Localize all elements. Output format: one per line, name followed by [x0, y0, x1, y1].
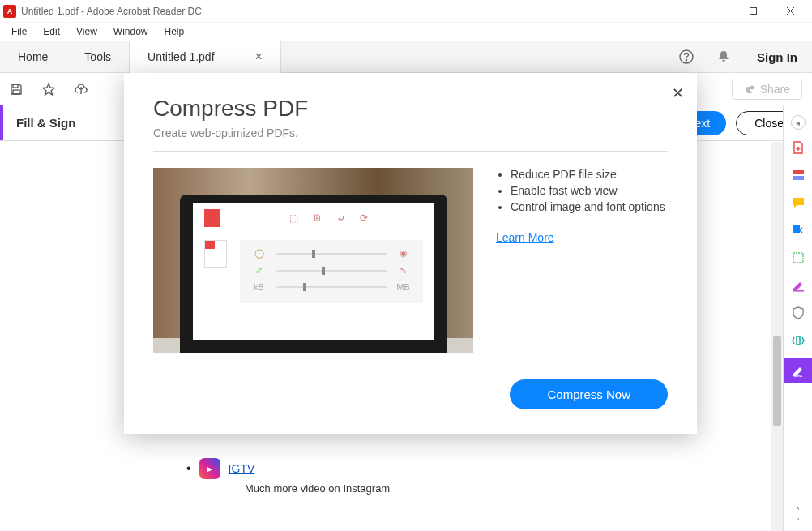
modal-preview-image: ⬚ 🗎 ⤾ ⟳ ◯ ◉ [153, 168, 473, 353]
svg-rect-7 [13, 90, 19, 94]
menu-window[interactable]: Window [107, 24, 155, 39]
document-tab-label: Untitled 1.pdf [147, 50, 215, 63]
notifications-icon[interactable] [705, 41, 742, 72]
preview-toolbar-icon: ⟳ [360, 212, 368, 224]
svg-point-5 [686, 59, 686, 60]
slider-handle [322, 267, 325, 275]
redact-icon[interactable] [788, 276, 808, 295]
learn-more-link[interactable]: Learn More [496, 231, 554, 244]
slider-handle [312, 250, 315, 258]
scrollbar-thumb[interactable] [773, 336, 781, 426]
nav-home[interactable]: Home [0, 41, 66, 72]
minimize-button[interactable] [697, 0, 734, 23]
menu-view[interactable]: View [70, 24, 104, 39]
share-button[interactable]: Share [732, 79, 802, 100]
window-title: Untitled 1.pdf - Adobe Acrobat Reader DC [21, 6, 697, 17]
menu-help[interactable]: Help [158, 24, 191, 39]
close-window-button[interactable] [771, 0, 809, 23]
maximize-button[interactable] [734, 0, 771, 23]
combine-icon[interactable] [788, 165, 808, 185]
title-bar: A Untitled 1.pdf - Adobe Acrobat Reader … [0, 0, 812, 23]
modal-title: Compress PDF [153, 96, 668, 122]
fill-sign-label: Fill & Sign [16, 116, 75, 130]
app-icon: A [3, 5, 16, 18]
feature-item: Enable fast web view [511, 184, 668, 197]
nav-bar: Home Tools Untitled 1.pdf × Sign In [0, 41, 812, 73]
page-thumbnail-icon [204, 240, 227, 268]
export-icon[interactable] [788, 221, 808, 240]
svg-rect-1 [750, 8, 756, 15]
protect-icon[interactable] [788, 303, 808, 323]
preview-toolbar-icon: 🗎 [313, 212, 323, 224]
svg-rect-10 [793, 170, 804, 174]
svg-rect-6 [13, 84, 18, 88]
list-item: • ▸ IGTV [186, 458, 771, 479]
share-label: Share [760, 83, 790, 96]
svg-rect-11 [793, 176, 804, 180]
sign-in-button[interactable]: Sign In [742, 41, 812, 72]
organize-icon[interactable] [788, 248, 808, 268]
nav-tools[interactable]: Tools [66, 41, 130, 72]
panel-scroll-arrows[interactable]: ˄ ˅ [796, 507, 800, 526]
comment-icon[interactable] [788, 193, 808, 212]
divider [153, 151, 668, 152]
modal-feature-list: Reduce PDF file size Enable fast web vie… [496, 168, 668, 213]
save-icon[interactable] [0, 73, 32, 105]
svg-rect-13 [793, 253, 803, 263]
chevron-up-icon[interactable]: ˄ [796, 507, 800, 516]
modal-close-icon[interactable]: ✕ [672, 84, 684, 102]
feature-item: Reduce PDF file size [511, 168, 668, 181]
create-pdf-icon[interactable] [788, 138, 808, 157]
svg-rect-14 [793, 290, 804, 292]
igtv-icon: ▸ [199, 458, 220, 479]
fill-sign-tool-icon[interactable] [784, 358, 813, 383]
expand-panel-icon[interactable]: ◂ [791, 115, 806, 130]
igtv-description: Much more video on Instagram [245, 482, 771, 495]
chevron-down-icon[interactable]: ˅ [796, 517, 800, 526]
svg-rect-12 [793, 225, 800, 233]
preview-toolbar-icon: ⬚ [289, 212, 298, 224]
slider-label-mb: MB [395, 282, 412, 292]
compress-pdf-modal: ✕ Compress PDF Create web-optimized PDFs… [124, 73, 697, 434]
pdf-app-icon [204, 209, 220, 227]
igtv-link[interactable]: IGTV [229, 462, 255, 475]
close-tab-icon[interactable]: × [255, 49, 263, 64]
right-tool-panel: ◂ ˄ ˅ [783, 105, 812, 531]
feature-item: Control image and font options [511, 200, 668, 213]
slider-label-kb: kB [251, 282, 267, 292]
preview-toolbar-icon: ⤾ [337, 212, 345, 224]
compress-icon[interactable] [788, 331, 808, 350]
slider-handle [303, 283, 306, 291]
document-tab[interactable]: Untitled 1.pdf × [130, 41, 281, 73]
menu-file[interactable]: File [5, 24, 33, 39]
menu-bar: File Edit View Window Help [0, 23, 812, 41]
cloud-icon[interactable] [65, 73, 97, 105]
svg-point-9 [750, 85, 754, 89]
compress-now-button[interactable]: Compress Now [510, 379, 668, 409]
help-icon[interactable] [668, 41, 705, 72]
menu-edit[interactable]: Edit [36, 24, 66, 39]
star-icon[interactable] [32, 73, 65, 105]
modal-subtitle: Create web-optimized PDFs. [153, 126, 668, 139]
vertical-scrollbar[interactable] [771, 142, 783, 531]
